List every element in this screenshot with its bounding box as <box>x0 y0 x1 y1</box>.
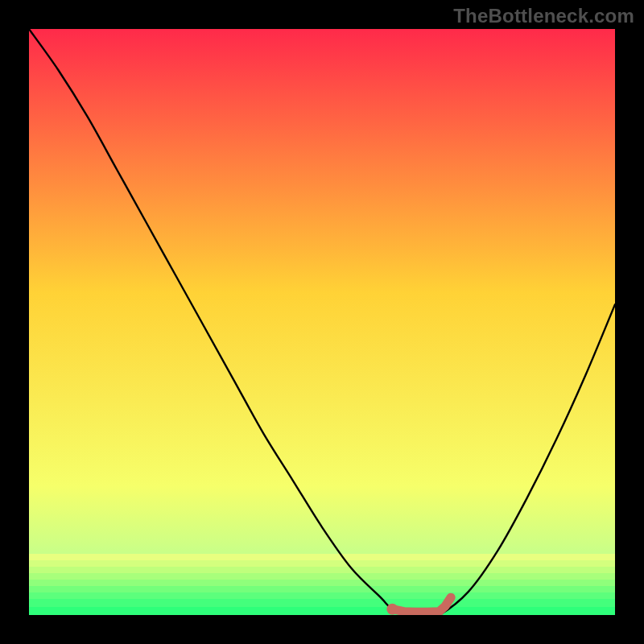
svg-rect-1 <box>29 560 615 567</box>
plot-svg <box>29 29 615 615</box>
svg-rect-2 <box>29 567 615 573</box>
svg-rect-4 <box>29 580 615 586</box>
watermark-label: TheBottleneck.com <box>453 5 634 27</box>
chart-frame: TheBottleneck.com <box>0 0 644 644</box>
plot-area <box>29 29 615 615</box>
svg-rect-5 <box>29 586 615 592</box>
svg-rect-7 <box>29 599 615 607</box>
green-bands <box>29 554 615 615</box>
svg-rect-8 <box>29 607 615 615</box>
svg-rect-3 <box>29 573 615 580</box>
optimal-range-start-dot <box>386 604 398 615</box>
svg-rect-6 <box>29 592 615 599</box>
svg-rect-0 <box>29 554 615 560</box>
